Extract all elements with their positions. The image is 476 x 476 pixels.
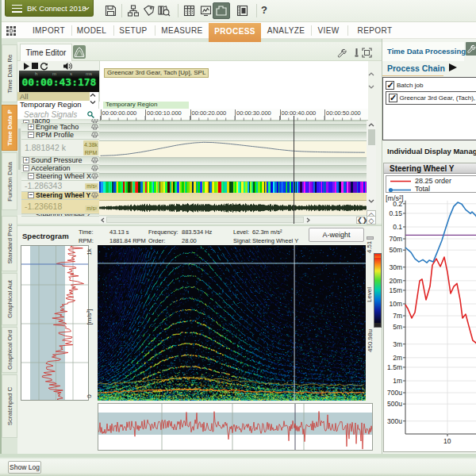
save-icon[interactable]: [105, 5, 117, 17]
spectrogram-panel: Spectrogram Time:43.13 sFrequency:883.53…: [17, 225, 382, 454]
lane-steering-y-waveform: [99, 201, 368, 215]
readout-label: Level:: [233, 228, 249, 236]
workflow-icon[interactable]: [128, 5, 140, 17]
time-slice-plot: [98, 403, 373, 451]
play-button[interactable]: [23, 63, 30, 70]
a-weight-button[interactable]: A-weight: [309, 228, 364, 242]
lane-collapsed: [99, 166, 368, 174]
horizontal-scrollbar[interactable]: [99, 217, 368, 225]
scroll-up-icon[interactable]: [90, 93, 96, 98]
lane-collapsed: [99, 132, 368, 141]
report-notebook-icon[interactable]: [236, 5, 249, 17]
signal-row-steering-wheel-y[interactable]: −Steering Wheel Y: [21, 192, 99, 200]
signal-name: Steering Wheel Y: [36, 192, 90, 200]
panel-handle[interactable]: [367, 236, 374, 240]
app-menu-button[interactable]: BK Connect 2018: [5, 0, 94, 17]
ribbon-separator: [311, 25, 312, 36]
panel-wrench-icon[interactable]: [466, 42, 476, 56]
pin-icon[interactable]: [355, 48, 359, 58]
readout-value: 62.3m m/s²: [252, 228, 282, 236]
signal-row-steering-wheel-x[interactable]: −Steering Wheel X: [21, 173, 99, 181]
signal-name: Steering Wheel X: [36, 173, 91, 181]
sidebar-tab-time-data-p[interactable]: Time Data P: [2, 105, 17, 152]
checkbox-batch-job[interactable]: [386, 81, 394, 90]
pin-speaker-icon[interactable]: [91, 173, 98, 179]
signal-row-engine-tacho[interactable]: +Engine Tacho: [21, 124, 99, 132]
pin-speaker-icon[interactable]: [91, 165, 98, 171]
signal-row-sound-pressure[interactable]: +Sound Pressure: [21, 157, 99, 165]
tab-time-data-processing[interactable]: Time Data Processing: [382, 42, 464, 61]
process-chain-label: Process Chain: [387, 63, 445, 73]
time-editor-panel: Time Editor hmsms 00:00:43:178 All Tempo…: [17, 42, 382, 224]
ribbon-tab-report[interactable]: REPORT: [344, 22, 407, 39]
expander-icon[interactable]: −: [28, 173, 34, 179]
signal-name: RPM Profile: [36, 132, 74, 140]
expander-icon[interactable]: −: [28, 192, 34, 198]
ribbon-tab-measure[interactable]: MEASURE: [151, 22, 214, 39]
sidebar-tab-graphical-aut[interactable]: Graphical Aut: [2, 273, 17, 325]
h-resize-icon[interactable]: ❮❯: [356, 217, 365, 224]
readout-value: 43.13 s: [109, 228, 129, 236]
time-display: hmsms 00:00:43:178: [19, 71, 99, 92]
hamburger-icon: [12, 5, 22, 15]
overview-scroll-down-icon[interactable]: [367, 84, 375, 90]
time-cursor[interactable]: [294, 116, 294, 224]
sidebar-tab-scratchpad-c[interactable]: Scratchpad C: [2, 374, 17, 438]
matrix-icon[interactable]: [183, 5, 196, 17]
ribbon-separator: [71, 25, 72, 36]
title-bar: BK Connect 2018 ?: [0, 0, 476, 22]
expander-icon[interactable]: +: [23, 157, 29, 163]
signal-value-row: -1.236618m/s²: [21, 200, 99, 214]
apps-grid-icon[interactable]: [6, 26, 16, 36]
search-box[interactable]: Search Signals: [17, 109, 99, 119]
expander-icon[interactable]: +: [28, 124, 34, 130]
spectrogram-canvas[interactable]: [98, 245, 366, 401]
help-button[interactable]: ?: [261, 4, 267, 16]
speaker-icon[interactable]: [63, 62, 73, 71]
ruler-label: 00:00:50.000: [324, 109, 361, 120]
pin-speaker-icon[interactable]: [91, 192, 98, 198]
ruler-label: 00:00:20.000: [190, 109, 227, 120]
vertical-scrollbar[interactable]: [367, 121, 376, 209]
maximize-icon[interactable]: [362, 48, 372, 58]
toolbar-separator: [178, 4, 178, 17]
sidebar-tab-function-data[interactable]: Function Data: [2, 152, 17, 210]
pin-speaker-icon[interactable]: [91, 132, 98, 138]
expander-icon[interactable]: −: [23, 165, 29, 171]
show-log-button[interactable]: Show Log: [8, 461, 41, 474]
temporary-region-band[interactable]: Temporary Region: [103, 102, 189, 109]
corner-diamond-icon[interactable]: ◇: [367, 216, 376, 225]
region-band-lane: Temporary Region: [99, 102, 368, 109]
waterfall-icon: [73, 45, 86, 59]
signal-row-acceleration[interactable]: −Acceleration: [21, 165, 99, 173]
loop-button[interactable]: [40, 62, 48, 71]
freq-axis-min: 0: [86, 394, 93, 397]
ribbon-tab-process[interactable]: PROCESS: [209, 23, 261, 42]
signal-value-row: 1.881842 k4.38kRPM: [21, 140, 99, 157]
overview-scroll-up-icon[interactable]: [367, 71, 375, 77]
time-editor-header: Time Editor: [17, 42, 382, 61]
sidebar-tab-standard-proc[interactable]: Standard Proc: [2, 216, 17, 271]
signal-row-rpm-profile[interactable]: −RPM Profile: [21, 132, 99, 140]
h-scroll-thumb[interactable]: [106, 217, 304, 223]
sidebar-tab-graphical-ord[interactable]: Graphical Ord: [2, 327, 17, 373]
tag-icon[interactable]: [143, 5, 155, 17]
active-display-icon[interactable]: [213, 2, 230, 19]
readout-label: Frequency:: [148, 228, 178, 236]
scroll-down-icon[interactable]: [90, 100, 96, 105]
search-data-icon[interactable]: [158, 5, 171, 17]
display-chart-icon[interactable]: [200, 5, 213, 17]
sidebar-tab-time-data-re[interactable]: Time Data Re: [2, 44, 17, 102]
stop-button[interactable]: [32, 63, 38, 69]
checkbox-greencar[interactable]: [389, 94, 397, 102]
pin-speaker-icon[interactable]: [91, 157, 98, 163]
pin-speaker-icon[interactable]: [91, 124, 98, 130]
region-list-item-temporary[interactable]: Temporary Region: [17, 101, 90, 109]
readout-value: Steering Wheel Y: [252, 237, 298, 244]
expander-icon[interactable]: −: [28, 132, 34, 138]
signal-row-steering-wheel-z[interactable]: Steering Wheel Z: [21, 214, 99, 217]
time-editor-tab[interactable]: Time Editor: [20, 44, 72, 61]
settings-wrench-icon[interactable]: [336, 48, 347, 58]
run-process-chain-button[interactable]: [449, 63, 457, 71]
readout-label: Time:: [79, 228, 93, 236]
